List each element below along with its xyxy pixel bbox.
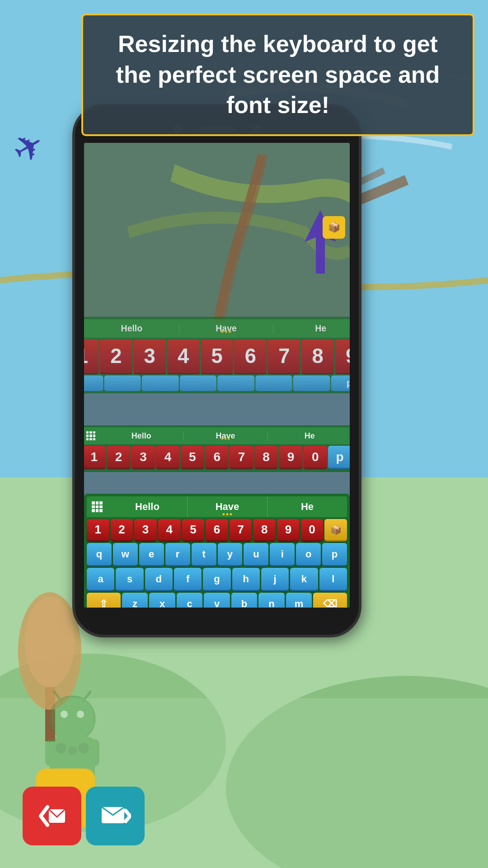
- key-y[interactable]: y: [218, 543, 243, 566]
- key-s[interactable]: s: [116, 568, 143, 591]
- suggestion-hello-back[interactable]: Hello: [84, 323, 179, 334]
- key-g[interactable]: g: [203, 568, 230, 591]
- keyboard-stack: Hello Have He 1 2 3 4 5 6 7 8 9: [84, 458, 350, 608]
- app-icon-red[interactable]: [23, 787, 81, 845]
- yellow-box: 📦: [323, 216, 345, 239]
- suggestion-have[interactable]: Have: [188, 496, 267, 517]
- app-icon-teal[interactable]: [86, 787, 145, 845]
- key-u[interactable]: u: [244, 543, 268, 566]
- key-f[interactable]: f: [174, 568, 202, 591]
- suggestion-bar: Hello Have He: [87, 496, 347, 517]
- keyboard-menu-button[interactable]: [87, 496, 108, 517]
- key-x[interactable]: x: [149, 593, 175, 608]
- suggestion-he[interactable]: He: [267, 496, 347, 517]
- key-4[interactable]: 4: [158, 519, 181, 542]
- keyboard-layer-mid: Hello Have He 1 2 3 4 5 6 7 8 9 0 p: [84, 425, 350, 472]
- suggestion-have-mid[interactable]: Have: [183, 431, 267, 441]
- key-row-qwerty: q w e r t y u i o p: [87, 543, 347, 566]
- key-b[interactable]: b: [231, 593, 258, 608]
- key-7[interactable]: 7: [230, 519, 252, 542]
- key-t[interactable]: t: [192, 543, 216, 566]
- key-5[interactable]: 5: [182, 519, 205, 542]
- keyboard-layer-back: Hello Have He 1 2 3 4 5 6 7 8 9: [84, 317, 350, 394]
- suggestion-he-mid[interactable]: He: [268, 431, 350, 441]
- key-l[interactable]: l: [319, 568, 347, 591]
- key-d[interactable]: d: [145, 568, 173, 591]
- svg-point-5: [25, 597, 75, 687]
- key-9[interactable]: 9: [277, 519, 300, 542]
- svg-point-17: [78, 743, 89, 754]
- suggestion-hello-mid[interactable]: Hello: [99, 431, 183, 441]
- key-1[interactable]: 1: [87, 519, 109, 542]
- key-num-delete[interactable]: 📦: [324, 519, 347, 542]
- key-2[interactable]: 2: [111, 519, 133, 542]
- title-banner: Resizing the keyboard to get the perfect…: [81, 14, 474, 136]
- svg-line-10: [84, 692, 90, 701]
- key-8[interactable]: 8: [253, 519, 276, 542]
- key-h[interactable]: h: [232, 568, 260, 591]
- svg-line-9: [54, 692, 61, 701]
- app-icons-container: [23, 769, 158, 850]
- svg-point-6: [50, 696, 95, 741]
- key-n[interactable]: n: [258, 593, 285, 608]
- key-p[interactable]: p: [322, 543, 347, 566]
- key-0[interactable]: 0: [301, 519, 324, 542]
- key-e[interactable]: e: [139, 543, 164, 566]
- android-mascot: [36, 687, 108, 778]
- key-a[interactable]: a: [87, 568, 114, 591]
- phone-device: 📦 Hello Have He 1 2: [72, 104, 361, 637]
- svg-point-8: [77, 711, 84, 718]
- key-v[interactable]: v: [204, 593, 230, 608]
- number-row: 1 2 3 4 5 6 7 8 9 0 📦: [87, 519, 347, 542]
- suggestion-words: Hello Have He: [108, 496, 347, 517]
- key-k[interactable]: k: [290, 568, 318, 591]
- key-6[interactable]: 6: [206, 519, 228, 542]
- key-i[interactable]: i: [270, 543, 295, 566]
- key-c[interactable]: c: [177, 593, 203, 608]
- suggestion-he-back[interactable]: He: [274, 323, 350, 334]
- key-r[interactable]: r: [165, 543, 190, 566]
- suggestion-have-back[interactable]: Have: [179, 323, 273, 334]
- svg-point-7: [61, 711, 68, 718]
- keyboard-main: ⇕ Hello Ha: [84, 494, 350, 608]
- key-row-asdf: a s d f g h j k l: [87, 568, 347, 591]
- key-m[interactable]: m: [286, 593, 312, 608]
- key-row-zxcv: ⇧ z x c v b n m ⌫: [87, 593, 347, 608]
- svg-point-18: [68, 746, 77, 755]
- title-text: Resizing the keyboard to get the perfect…: [116, 31, 440, 118]
- key-j[interactable]: j: [261, 568, 289, 591]
- key-o[interactable]: o: [296, 543, 321, 566]
- key-q[interactable]: q: [87, 543, 112, 566]
- suggestion-hello[interactable]: Hello: [108, 496, 188, 517]
- key-3[interactable]: 3: [134, 519, 157, 542]
- phone-screen: 📦 Hello Have He 1 2: [84, 143, 350, 608]
- svg-point-16: [56, 743, 66, 754]
- backspace-key[interactable]: ⌫: [313, 593, 347, 608]
- key-w[interactable]: w: [113, 543, 138, 566]
- shift-key[interactable]: ⇧: [87, 593, 121, 608]
- key-z[interactable]: z: [122, 593, 148, 608]
